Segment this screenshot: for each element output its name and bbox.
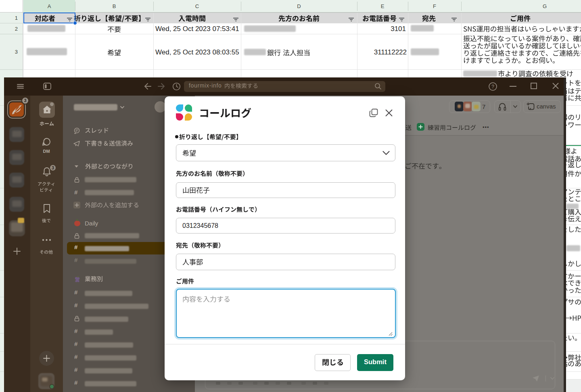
svg-text:?: ? [491, 84, 494, 90]
